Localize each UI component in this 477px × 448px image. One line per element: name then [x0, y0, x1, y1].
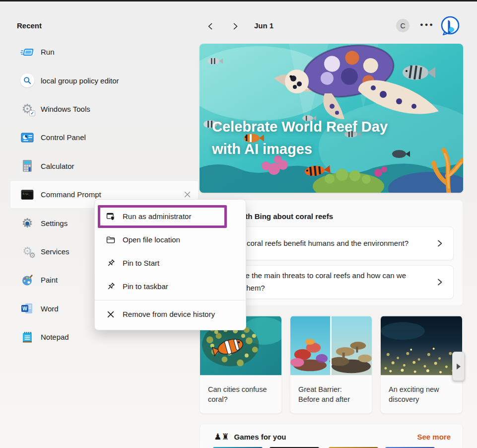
notepad-icon	[20, 330, 35, 345]
play-right-icon	[457, 364, 461, 370]
chevron-right-icon	[436, 239, 443, 247]
recent-item-local-group-policy-editor[interactable]: local group policy editor	[10, 66, 199, 94]
menu-item-remove-from-device-history[interactable]: Remove from device history	[95, 302, 246, 326]
deep-sea-thumbnail	[381, 316, 462, 375]
menu-item-pin-to-taskbar[interactable]: Pin to taskbar	[95, 275, 246, 298]
run-icon	[20, 45, 35, 60]
recent-item-windows-tools[interactable]: ⚙✓ Windows Tools	[10, 95, 199, 123]
news-card-caption: An exciting new discovery	[381, 377, 462, 405]
pin-icon	[106, 258, 116, 268]
games-section: ♟♜ Games for you See more	[200, 424, 463, 448]
paint-icon	[20, 273, 35, 288]
command-prompt-icon: C:\>_	[20, 187, 35, 202]
news-card-great-barrier[interactable]: Great Barrier: Before and after	[290, 315, 372, 414]
menu-item-label: Remove from device history	[123, 310, 215, 318]
pin-icon	[106, 282, 116, 292]
recent-item-label: Settings	[41, 219, 68, 227]
games-title: Games for you	[234, 433, 286, 441]
recent-item-label: Calculator	[41, 162, 74, 170]
recent-item-label: Windows Tools	[41, 105, 90, 113]
menu-divider	[95, 300, 246, 300]
question-text: What are the main threats to coral reefs…	[219, 270, 414, 295]
recent-item-label: Control Panel	[41, 133, 86, 142]
recent-item-label: Services	[41, 247, 69, 256]
chevron-right-icon	[436, 278, 443, 286]
recent-item-label: local group policy editor	[41, 76, 119, 85]
news-card-caption: Great Barrier: Before and after	[290, 377, 372, 405]
recent-item-label: Notepad	[41, 333, 69, 341]
recent-item-calculator[interactable]: Calculator	[10, 152, 199, 180]
folder-icon	[106, 235, 116, 245]
menu-item-label: Open file location	[123, 235, 180, 244]
news-card-discovery[interactable]: An exciting new discovery	[380, 315, 463, 414]
recent-item-control-panel[interactable]: Control Panel	[10, 123, 199, 151]
settings-icon: ⚙	[20, 216, 35, 230]
menu-item-open-file-location[interactable]: Open file location	[95, 228, 246, 251]
control-panel-icon	[20, 130, 35, 145]
qa-section-header: Chat with Bing about coral reefs	[219, 212, 454, 221]
see-more-link[interactable]: See more	[417, 433, 451, 441]
word-icon: W	[20, 301, 35, 316]
search-icon	[20, 73, 35, 88]
hero-banner[interactable]: Celebrate World Reef Day with AI images …	[200, 44, 463, 193]
menu-item-label: Run as administrator	[123, 212, 191, 221]
menu-item-pin-to-start[interactable]: Pin to Start	[95, 251, 246, 275]
hero-title: Celebrate World Reef Day with AI images	[212, 116, 388, 160]
close-icon	[106, 309, 116, 319]
question-text: How do coral reefs benefit humans and th…	[219, 237, 414, 250]
recent-item-label: Paint	[41, 276, 58, 284]
close-icon	[184, 191, 191, 198]
menu-item-label: Pin to Start	[123, 259, 159, 267]
news-card-caption: Can cities confuse coral?	[200, 377, 281, 405]
recent-item-run[interactable]: Run	[10, 38, 199, 66]
windows-tools-icon: ⚙✓	[20, 101, 35, 116]
recent-heading: Recent	[17, 21, 42, 30]
before-after-thumbnail	[290, 316, 372, 375]
context-menu: Run as administrator Open file location …	[94, 199, 246, 330]
recent-item-label: Word	[41, 304, 59, 313]
carousel-next-button[interactable]	[452, 352, 465, 381]
remove-recent-button[interactable]	[183, 190, 192, 199]
chess-pieces-icon: ♟♜	[214, 433, 229, 441]
menu-item-run-as-administrator[interactable]: Run as administrator	[95, 205, 246, 228]
services-icon: ⚙⚙	[20, 244, 35, 259]
calculator-icon	[20, 158, 35, 173]
recent-item-label: Run	[41, 48, 55, 56]
menu-item-label: Pin to taskbar	[123, 282, 168, 291]
run-as-administrator-icon	[106, 212, 116, 222]
recent-item-label: Command Prompt	[41, 190, 101, 199]
svg-text:W: W	[22, 306, 27, 311]
